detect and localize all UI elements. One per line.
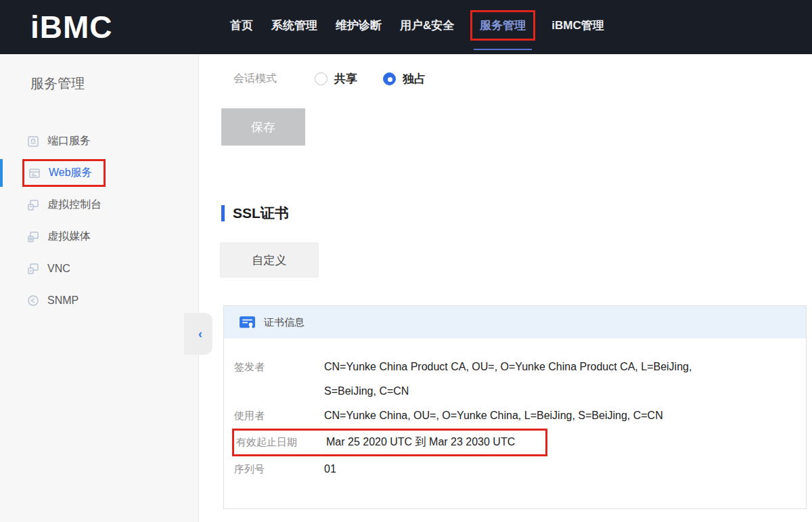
cert-row-subject: 使用者 CN=Yunke China, OU=, O=Yunke China, … <box>234 404 792 428</box>
save-button[interactable]: 保存 <box>221 108 305 146</box>
subject-label: 使用者 <box>234 404 324 428</box>
nav-item-service[interactable]: 服务管理 <box>480 19 526 32</box>
nav-item-maintenance[interactable]: 维护诊断 <box>336 18 382 33</box>
sidebar-item-vnc[interactable]: VNC <box>0 253 198 284</box>
annotation-box-validity: 有效起止日期 Mar 25 2020 UTC 到 Mar 23 2030 UTC <box>232 429 547 456</box>
sidebar: 服务管理 端口服务 Web服务 <box>0 54 199 522</box>
sidebar-item-label: 端口服务 <box>47 134 91 148</box>
cert-row-serial: 序列号 01 <box>234 457 792 481</box>
certificate-panel-title: 证书信息 <box>264 316 304 329</box>
sidebar-item-label: 虚拟媒体 <box>47 230 91 244</box>
issuer-label: 签发者 <box>234 355 324 379</box>
customize-button[interactable]: 自定义 <box>220 242 319 278</box>
sidebar-item-label: SNMP <box>47 295 78 307</box>
sidebar-collapse-toggle[interactable]: ‹ <box>184 313 212 355</box>
certificate-panel-header: 证书信息 <box>224 306 806 339</box>
issuer-value: CN=Yunke China Product CA, OU=, O=Yunke … <box>324 355 717 404</box>
web-service-icon <box>28 167 41 179</box>
virtual-media-icon <box>27 231 39 243</box>
radio-shared-label: 共享 <box>334 71 357 87</box>
sidebar-item-label: Web服务 <box>49 166 93 180</box>
validity-value: Mar 25 2020 UTC 到 Mar 23 2030 UTC <box>326 435 515 450</box>
radio-exclusive-label: 独占 <box>403 71 426 87</box>
sidebar-title: 服务管理 <box>0 74 198 93</box>
sidebar-item-label: VNC <box>47 263 70 275</box>
top-header: iBMC 首页 系统管理 维护诊断 用户&安全 服务管理 iBMC管理 <box>0 0 812 54</box>
annotation-box-web-service: Web服务 <box>22 159 106 187</box>
radio-shared[interactable]: 共享 <box>315 71 357 87</box>
nav-item-ibmc[interactable]: iBMC管理 <box>551 18 604 33</box>
annotation-box-nav-service: 服务管理 <box>470 10 535 41</box>
certificate-details: 签发者 CN=Yunke China Product CA, OU=, O=Yu… <box>224 339 806 508</box>
radio-exclusive[interactable]: 独占 <box>383 71 426 87</box>
radio-unchecked-icon[interactable] <box>315 72 328 85</box>
sidebar-item-label: 虚拟控制台 <box>47 198 102 212</box>
certificate-panel: 证书信息 签发者 CN=Yunke China Product CA, OU=,… <box>223 305 807 509</box>
brand-logo: iBMC <box>30 9 200 45</box>
ssl-section-header: SSL证书 <box>221 204 812 223</box>
nav-item-system[interactable]: 系统管理 <box>271 18 317 33</box>
radio-checked-icon[interactable] <box>383 72 396 85</box>
vnc-icon <box>27 263 39 275</box>
main-nav: 首页 系统管理 维护诊断 用户&安全 服务管理 iBMC管理 <box>230 16 604 35</box>
subject-value: CN=Yunke China, OU=, O=Yunke China, L=Be… <box>324 404 663 428</box>
main-content: 会话模式 共享 独占 保存 SSL证书 自定义 <box>199 54 812 522</box>
nav-item-home[interactable]: 首页 <box>230 18 253 33</box>
sidebar-item-virtual-media[interactable]: 虚拟媒体 <box>0 221 198 253</box>
sidebar-menu: 端口服务 Web服务 虚拟控制台 <box>0 125 198 316</box>
sidebar-item-port-service[interactable]: 端口服务 <box>0 125 198 157</box>
chevron-left-icon: ‹ <box>198 327 202 341</box>
nav-item-user-security[interactable]: 用户&安全 <box>400 18 454 33</box>
serial-value: 01 <box>324 457 336 481</box>
session-mode-label: 会话模式 <box>233 72 315 86</box>
validity-label: 有效起止日期 <box>236 436 326 449</box>
virtual-console-icon <box>27 199 39 211</box>
sidebar-item-snmp[interactable]: SNMP <box>0 284 198 316</box>
ssl-section-title: SSL证书 <box>233 204 289 223</box>
snmp-icon <box>27 295 39 307</box>
sidebar-item-web-service[interactable]: Web服务 <box>0 157 198 189</box>
certificate-icon <box>239 314 256 331</box>
port-service-icon <box>27 135 39 148</box>
serial-label: 序列号 <box>234 457 324 481</box>
session-mode-row: 会话模式 共享 独占 <box>233 69 812 88</box>
section-accent-bar <box>221 205 225 221</box>
cert-row-issuer: 签发者 CN=Yunke China Product CA, OU=, O=Yu… <box>234 355 792 404</box>
sidebar-item-virtual-console[interactable]: 虚拟控制台 <box>0 189 198 221</box>
